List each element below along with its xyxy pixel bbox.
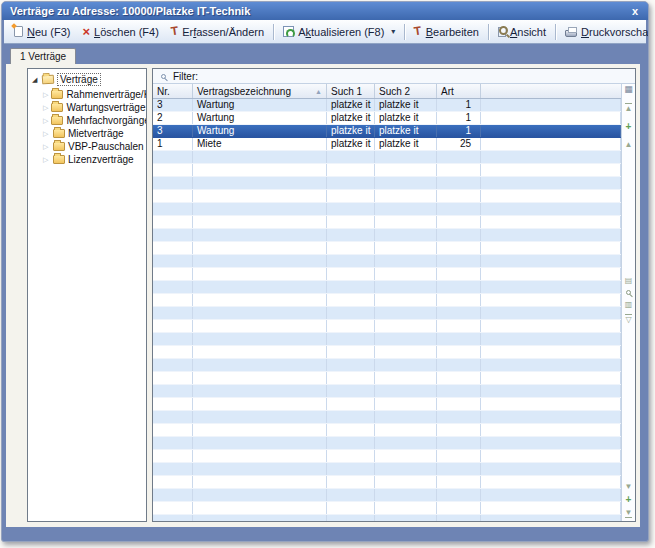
table-cell: 1 <box>437 99 481 111</box>
table-cell: 3 <box>153 125 193 137</box>
tree-item[interactable]: ▷Lizenzverträge <box>28 153 146 166</box>
table-cell <box>481 255 621 267</box>
table-cell <box>153 463 193 475</box>
column-header-vertragsbezeichnung[interactable]: Vertragsbezeichnung ▲ <box>193 84 327 98</box>
table-row-empty <box>153 242 621 255</box>
contracts-tree-panel: ◢ Verträge ▷Rahmenverträge/Kontrakte▷War… <box>27 68 147 522</box>
delete-button[interactable]: × Löschen (F4) <box>76 24 164 40</box>
table-cell <box>327 151 375 163</box>
table-cell <box>193 281 327 293</box>
folder-icon <box>51 90 63 99</box>
tree-item-label: Rahmenverträge/Kontrakte <box>66 89 147 100</box>
close-button[interactable]: x <box>630 5 640 17</box>
scroll-to-top-icon[interactable]: ▲ <box>625 103 633 113</box>
tree-collapsed-icon[interactable]: ▷ <box>43 117 48 125</box>
table-cell <box>375 242 437 254</box>
table-cell <box>437 476 481 488</box>
save-layout-icon[interactable]: ▥ <box>625 300 633 309</box>
filter-icon-cell <box>153 74 173 79</box>
tree-item[interactable]: ▷Rahmenverträge/Kontrakte <box>28 88 146 101</box>
tree-item[interactable]: ▷Mehrfachvorgänge <box>28 114 146 127</box>
table-cell <box>327 203 375 215</box>
table-cell: platzke it <box>375 99 437 111</box>
table-row-empty <box>153 385 621 398</box>
search-icon[interactable] <box>626 290 631 295</box>
table-cell <box>375 320 437 332</box>
table-cell <box>375 216 437 228</box>
table-row[interactable]: 1Mieteplatzke itplatzke it25 <box>153 138 621 151</box>
table-cell <box>481 398 621 410</box>
refresh-button[interactable]: Aktualisieren (F8) ▾ <box>277 24 401 40</box>
table-cell <box>193 216 327 228</box>
table-row-empty <box>153 359 621 372</box>
table-cell <box>327 307 375 319</box>
table-cell <box>437 398 481 410</box>
table-cell <box>437 437 481 449</box>
table-row-empty <box>153 177 621 190</box>
tab-page: ◢ Verträge ▷Rahmenverträge/Kontrakte▷War… <box>6 64 640 527</box>
new-button[interactable]: Neu (F3) <box>8 24 76 40</box>
edit-button[interactable]: T Bearbeiten <box>408 24 485 40</box>
column-header-such2[interactable]: Such 2 <box>375 84 437 98</box>
table-cell <box>327 229 375 241</box>
table-cell: platzke it <box>327 99 375 111</box>
table-cell <box>153 450 193 462</box>
tree-collapsed-icon[interactable]: ▷ <box>43 104 48 112</box>
add-row-icon[interactable]: + <box>626 122 632 131</box>
tree-item[interactable]: ▷Wartungsverträge <box>28 101 146 114</box>
tree-collapsed-icon[interactable]: ▷ <box>43 91 48 99</box>
table-cell <box>375 346 437 358</box>
table-cell <box>153 151 193 163</box>
table-cell <box>437 385 481 397</box>
table-cell <box>375 151 437 163</box>
tree-item[interactable]: ▷Mietverträge <box>28 127 146 140</box>
chevron-down-icon[interactable]: ▾ <box>391 27 395 36</box>
column-header-such1[interactable]: Such 1 <box>327 84 375 98</box>
table-cell <box>327 502 375 514</box>
table-cell <box>153 229 193 241</box>
card-view-icon[interactable]: ▤ <box>625 276 633 285</box>
filter-funnel-icon[interactable]: ▽ <box>625 314 631 324</box>
toolbar-separator <box>488 24 489 40</box>
tree-expanded-icon[interactable]: ◢ <box>32 76 39 84</box>
tree-item[interactable]: ▷VBP-Pauschalen <box>28 140 146 153</box>
previous-row-icon[interactable]: ▲ <box>625 140 633 149</box>
table-cell <box>375 255 437 267</box>
titlebar[interactable]: Verträge zu Adresse: 10000/Platzke IT-Te… <box>2 2 648 20</box>
table-row-empty <box>153 346 621 359</box>
scroll-to-bottom-icon[interactable]: ▼ <box>625 508 633 518</box>
table-row[interactable]: 2Wartungplatzke itplatzke it1 <box>153 112 621 125</box>
folder-icon <box>53 129 65 138</box>
tree-item-label: Wartungsverträge <box>66 102 145 113</box>
table-cell <box>481 463 621 475</box>
filter-row[interactable]: Filter: <box>153 69 635 84</box>
table-row-empty <box>153 216 621 229</box>
tree-collapsed-icon[interactable]: ▷ <box>43 143 50 151</box>
table-cell: platzke it <box>327 138 375 150</box>
tree-collapsed-icon[interactable]: ▷ <box>43 130 50 138</box>
table-row[interactable]: 3Wartungplatzke itplatzke it1 <box>153 125 621 138</box>
table-cell <box>437 372 481 384</box>
table-cell <box>193 424 327 436</box>
tree-item-label: Lizenzverträge <box>68 154 134 165</box>
next-row-icon[interactable]: ▼ <box>625 482 633 491</box>
print-preview-button[interactable]: Druckvorschau <box>559 24 649 40</box>
table-cell <box>481 164 621 176</box>
add-row-icon[interactable]: + <box>626 495 632 504</box>
table-cell: Wartung <box>193 112 327 124</box>
table-cell <box>437 346 481 358</box>
tab-vertraege[interactable]: 1 Verträge <box>10 48 76 64</box>
column-chooser-icon[interactable]: ▦ <box>624 85 633 94</box>
column-header-art[interactable]: Art <box>437 84 481 98</box>
button-label: Aktualisieren (F8) <box>298 26 384 38</box>
table-row[interactable]: 3Wartungplatzke itplatzke it1 <box>153 99 621 112</box>
capture-edit-button[interactable]: T Erfassen/Ändern <box>165 24 270 40</box>
table-cell <box>193 489 327 501</box>
column-header-nr[interactable]: Nr. <box>153 84 193 98</box>
tree-root-item[interactable]: ◢ Verträge <box>28 69 146 88</box>
table-row-empty <box>153 203 621 216</box>
table-cell <box>153 437 193 449</box>
view-button[interactable]: Ansicht <box>492 24 552 40</box>
button-label: Erfassen/Ändern <box>182 26 264 38</box>
tree-collapsed-icon[interactable]: ▷ <box>43 156 50 164</box>
